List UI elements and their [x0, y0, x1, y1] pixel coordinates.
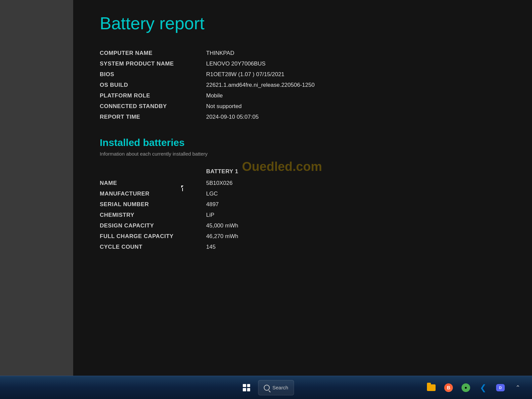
battery-label-0: NAME	[100, 180, 206, 187]
taskbar: Search B ● ❮ D ⌃	[0, 376, 532, 399]
battery-label-2: SERIAL NUMBER	[100, 201, 206, 208]
folder-icon	[427, 384, 436, 391]
brave-icon: B	[444, 383, 453, 392]
info-value-2: R1OET28W (1.07 ) 07/15/2021	[206, 71, 284, 78]
battery-row: CYCLE COUNT 145	[100, 244, 512, 250]
info-label-1: SYSTEM PRODUCT NAME	[100, 61, 206, 67]
info-label-0: COMPUTER NAME	[100, 50, 206, 57]
battery-value-2: 4897	[206, 201, 273, 208]
battery-row: DESIGN CAPACITY 45,000 mWh	[100, 222, 512, 229]
search-button[interactable]: Search	[258, 380, 294, 395]
taskbar-right: B ● ❮ D ⌃	[424, 380, 525, 395]
battery-label-6: CYCLE COUNT	[100, 244, 206, 250]
battery-row: FULL CHARGE CAPACITY 46,270 mWh	[100, 233, 512, 240]
info-value-0: THINKPAD	[206, 50, 234, 57]
win-icon-cell-1	[243, 384, 246, 387]
info-row: OS BUILD 22621.1.amd64fre.ni_release.220…	[100, 82, 512, 88]
folder-button[interactable]	[424, 380, 439, 395]
installed-batteries-title: Installed batteries	[100, 137, 512, 148]
discord-icon: D	[496, 384, 505, 391]
discord-button[interactable]: D	[493, 380, 508, 395]
battery-row: NAME 5B10X026	[100, 180, 512, 187]
info-row: PLATFORM ROLE Mobile	[100, 92, 512, 99]
battery-label-4: DESIGN CAPACITY	[100, 222, 206, 229]
taskbar-center: Search	[238, 379, 294, 396]
search-label: Search	[272, 385, 288, 390]
battery-label-5: FULL CHARGE CAPACITY	[100, 233, 206, 240]
green-app-button[interactable]: ●	[458, 380, 473, 395]
info-label-5: CONNECTED STANDBY	[100, 103, 206, 110]
cursor	[181, 186, 186, 188]
green-app-icon: ●	[462, 383, 470, 392]
system-info-table: COMPUTER NAME THINKPAD SYSTEM PRODUCT NA…	[100, 50, 512, 120]
info-value-4: Mobile	[206, 92, 223, 99]
vscode-button[interactable]: ❮	[475, 380, 491, 395]
info-row: COMPUTER NAME THINKPAD	[100, 50, 512, 57]
info-row: REPORT TIME 2024-09-10 05:07:05	[100, 114, 512, 120]
main-content: Battery report COMPUTER NAME THINKPAD SY…	[73, 0, 532, 376]
windows-button[interactable]	[238, 379, 255, 396]
info-row: CONNECTED STANDBY Not supported	[100, 103, 512, 110]
battery-value-4: 45,000 mWh	[206, 222, 273, 229]
battery-value-1: LGC	[206, 191, 273, 197]
battery-label-3: CHEMISTRY	[100, 212, 206, 218]
info-row: SYSTEM PRODUCT NAME LENOVO 20Y7006BUS	[100, 61, 512, 67]
battery-col-name: BATTERY 1	[206, 168, 273, 175]
search-icon-handle	[269, 390, 271, 392]
battery-table: BATTERY 1 NAME 5B10X026 MANUFACTURER LGC…	[100, 168, 512, 250]
info-value-1: LENOVO 20Y7006BUS	[206, 61, 266, 67]
installed-batteries-subtitle: Information about each currently install…	[100, 151, 512, 157]
win-icon-cell-2	[247, 384, 250, 387]
info-value-5: Not supported	[206, 103, 242, 110]
win-icon-cell-3	[243, 388, 246, 391]
left-panel	[0, 0, 73, 376]
overflow-button[interactable]: ⌃	[510, 380, 525, 395]
battery-value-6: 145	[206, 244, 273, 250]
info-label-6: REPORT TIME	[100, 114, 206, 120]
info-label-3: OS BUILD	[100, 82, 206, 88]
info-value-6: 2024-09-10 05:07:05	[206, 114, 259, 120]
info-row: BIOS R1OET28W (1.07 ) 07/15/2021	[100, 71, 512, 78]
battery-row: SERIAL NUMBER 4897	[100, 201, 512, 208]
page-title: Battery report	[100, 13, 512, 33]
search-icon-circle	[264, 385, 270, 391]
battery-value-0: 5B10X026	[206, 180, 273, 187]
battery-value-5: 46,270 mWh	[206, 233, 273, 240]
brave-button[interactable]: B	[441, 380, 456, 395]
battery-row: CHEMISTRY LiP	[100, 212, 512, 218]
battery-label-1: MANUFACTURER	[100, 191, 206, 197]
battery-value-3: LiP	[206, 212, 273, 218]
windows-icon	[243, 384, 250, 391]
win-icon-cell-4	[247, 388, 250, 391]
info-label-4: PLATFORM ROLE	[100, 92, 206, 99]
battery-col-header: BATTERY 1	[206, 168, 512, 175]
search-icon	[264, 385, 270, 391]
overflow-icon: ⌃	[515, 384, 520, 391]
vscode-icon: ❮	[480, 383, 486, 392]
info-value-3: 22621.1.amd64fre.ni_release.220506-1250	[206, 82, 315, 88]
battery-row: MANUFACTURER LGC	[100, 191, 512, 197]
info-label-2: BIOS	[100, 71, 206, 78]
